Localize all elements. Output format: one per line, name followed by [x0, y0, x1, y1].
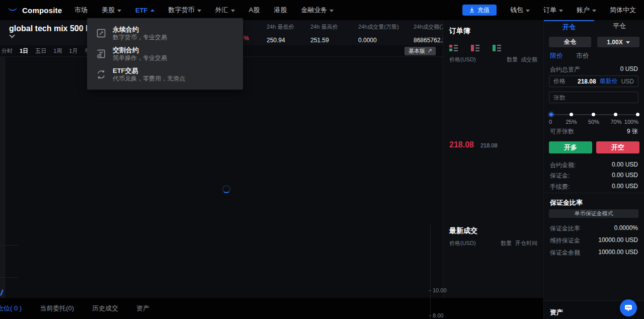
nav-item-wallet[interactable]: 钱包	[510, 6, 530, 15]
nav-menu: 市场 美股 ETF 数字货币 外汇 A股 港股 金融业务	[74, 6, 334, 15]
margin-mode-button[interactable]: 全仓	[549, 37, 591, 47]
price-input[interactable]: 价格 218.08 最新价 USD	[549, 75, 638, 87]
orderbook-view-toggles	[449, 45, 501, 51]
interval-tab-1m[interactable]: 1月	[65, 47, 81, 55]
slider-labels: 0 25% 50% 70% 100%	[549, 119, 638, 125]
volume-axis-line	[430, 225, 431, 319]
orderbook-view-both-icon[interactable]	[449, 45, 458, 51]
menu-item-perpetual-contract[interactable]: 永续合约 数字货币，专业交易	[87, 23, 243, 43]
positions-tabbar: 仓位( 0 ) 当前委托(0) 历史成交 资产	[0, 298, 543, 319]
nav-item-financial-services[interactable]: 金融业务	[301, 6, 334, 15]
chart-left-toolbar[interactable]	[0, 57, 5, 298]
orderbook-title: 订单簿	[449, 27, 470, 36]
chevron-down-icon	[330, 10, 334, 12]
language-selector[interactable]: 简体中文	[610, 6, 636, 15]
toolbar-marker	[0, 289, 4, 296]
last-price-row[interactable]: 218.08 218.08	[449, 140, 498, 149]
tab-positions[interactable]: 仓位( 0 )	[0, 304, 22, 313]
position-tabs: 开仓 平仓	[544, 20, 644, 33]
order-type-limit[interactable]: 限价	[550, 51, 563, 60]
grid-line	[0, 277, 18, 278]
support-chat-button[interactable]	[620, 299, 637, 316]
order-type-market[interactable]: 市价	[576, 51, 589, 60]
chevron-up-icon	[150, 9, 154, 12]
order-type-tabs: 限价 市价	[550, 51, 589, 60]
slider-dot-0[interactable]	[549, 113, 553, 116]
interval-tab-5d[interactable]: 五日	[32, 47, 50, 55]
slider-dot-50[interactable]	[592, 113, 595, 116]
chevron-down-icon	[626, 41, 630, 44]
interval-tab-1w[interactable]: 1周	[50, 47, 65, 55]
axis-label: 8.00	[429, 312, 443, 318]
nav-item-a-shares[interactable]: A股	[249, 6, 260, 15]
stat-24h-volume: 24h成交量(万股)0.0000	[358, 23, 414, 44]
open-short-button[interactable]: 开空	[596, 141, 639, 153]
slider-dot-100[interactable]	[636, 113, 639, 116]
menu-item-title: 交割合约	[113, 46, 167, 54]
delivery-contract-icon	[96, 49, 106, 59]
nav-item-orders[interactable]: 订单	[543, 6, 563, 15]
quantity-input[interactable]	[549, 92, 638, 103]
open-long-button[interactable]: 开多	[549, 141, 592, 153]
deposit-button[interactable]: 充值	[462, 5, 497, 16]
fee-row: 手续费:0.00 USD	[550, 183, 638, 191]
nav-item-forex[interactable]: 外汇	[215, 6, 235, 15]
contract-amount-row: 合约金额:0.00 USD	[550, 161, 638, 170]
latest-trades-title: 最新成交	[449, 226, 477, 235]
orderbook-section: 订单簿 价格(USD)数量成交额 218.08 218.08 最新成交 价格(U…	[443, 20, 543, 298]
menu-item-desc: 简单操作，专业交易	[113, 54, 167, 62]
grid-line	[0, 245, 18, 246]
margin-leverage-row: 全仓 1.00X	[549, 37, 639, 47]
tab-open-position[interactable]: 开仓	[544, 20, 594, 33]
maintenance-margin-row: 维持保证金10000.00 USD	[550, 236, 638, 245]
nav-item-market[interactable]: 市场	[74, 6, 88, 15]
nav-item-us-stocks[interactable]: 美股	[102, 6, 121, 15]
menu-item-desc: 代币兑换，零费用，无滑点	[113, 75, 185, 83]
etf-swap-icon	[96, 69, 106, 79]
chevron-down-icon	[592, 10, 596, 12]
nav-item-etf[interactable]: ETF	[135, 7, 154, 14]
slider-dot-70[interactable]	[614, 113, 617, 116]
nav-item-crypto[interactable]: 数字货币	[169, 6, 201, 15]
composite-logo-icon	[7, 6, 18, 14]
latest-price-link[interactable]: 最新价	[600, 77, 618, 86]
slider-dot-25[interactable]	[570, 113, 573, 116]
chart-version-button[interactable]: 基本版	[405, 47, 436, 55]
tab-assets[interactable]: 资产	[136, 304, 149, 313]
last-price: 218.08	[449, 140, 474, 149]
menu-item-desc: 数字货币，专业交易	[113, 34, 167, 41]
tab-trade-history[interactable]: 历史成交	[92, 304, 118, 313]
quantity-slider[interactable]	[549, 112, 637, 117]
margin-ratio-title: 保证金比率	[550, 198, 583, 207]
axis-label: 10.00	[429, 287, 447, 293]
orderbook-view-asks-icon[interactable]	[471, 45, 479, 51]
price-chart[interactable]	[0, 57, 443, 298]
nav-item-account[interactable]: 账户	[577, 6, 596, 15]
interval-tab-1d[interactable]: 1日	[16, 47, 32, 55]
chevron-down-icon	[526, 10, 530, 12]
margin-ratio-row: 保证金比率0.0000%	[550, 224, 638, 233]
perpetual-contract-icon	[96, 28, 106, 38]
menu-item-delivery-contract[interactable]: 交割合约 简单操作，专业交易	[87, 43, 243, 64]
download-icon	[469, 8, 474, 13]
brand[interactable]: Composite	[0, 6, 65, 15]
expand-icon	[428, 49, 432, 53]
margin-balance-row: 保证金余额10000.00 USD	[550, 249, 638, 257]
total-assets-row: 合约总资产 0 USD	[550, 65, 638, 74]
brand-name: Composite	[22, 6, 62, 15]
chat-bubble-icon	[624, 303, 633, 312]
tab-close-position[interactable]: 平仓	[594, 20, 644, 33]
menu-item-etf-trading[interactable]: ETF交易 代币兑换，零费用，无滑点	[87, 64, 243, 85]
top-navigation: Composite 市场 美股 ETF 数字货币 外汇 A股 港股 金融业务 充…	[0, 0, 644, 20]
orderbook-view-bids-icon[interactable]	[493, 45, 501, 51]
leverage-button[interactable]: 1.00X	[597, 37, 639, 47]
interval-tab-minute-chart[interactable]: 分时	[0, 47, 16, 55]
nav-item-hk-stocks[interactable]: 港股	[274, 6, 287, 15]
price-value: 218.08	[578, 78, 596, 85]
stat-24h-high: 24h 最高价251.59	[310, 23, 366, 44]
margin-row: 保证金:0.00 USD	[550, 172, 638, 180]
tab-open-orders[interactable]: 当前委托(0)	[40, 304, 74, 313]
symbol-chevron-down-icon[interactable]	[9, 32, 15, 38]
chevron-down-icon	[231, 10, 235, 12]
single-currency-margin-mode-button[interactable]: 单币保证金模式	[549, 209, 638, 218]
